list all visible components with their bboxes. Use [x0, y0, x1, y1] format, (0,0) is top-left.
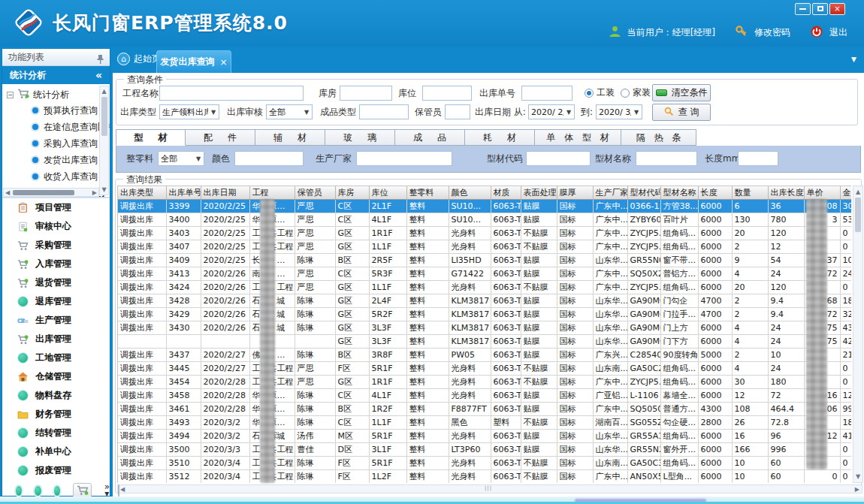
scroll-left-icon[interactable]: ◀ [5, 189, 10, 196]
table-row[interactable]: 调拨出库34132020/2/26南 …严思C区5R3F整料G714226063… [118, 267, 851, 281]
sidebar-module-13[interactable]: 结转管理 [2, 424, 110, 442]
length-input[interactable] [738, 151, 778, 166]
radio-work-clothing[interactable]: 工装 [585, 86, 615, 99]
material-tab-4[interactable]: 玻 璃 [325, 129, 395, 146]
tree-item-1[interactable]: 预算执行查询 [2, 102, 110, 119]
tree-vertical-scrollbar[interactable]: ▲ ▼ [99, 86, 109, 195]
column-header[interactable]: 工程 [249, 186, 295, 200]
table-row[interactable]: 调拨出库34942020/3/2石 辉城汤伟M区5R1F整料光身料6063-T5… [118, 430, 851, 443]
tab-home[interactable]: ⌂ 起始页 [117, 53, 161, 65]
sidebar-module-6[interactable]: 退库管理 [2, 292, 110, 311]
minimize-button[interactable] [795, 3, 811, 15]
sidebar-module-2[interactable]: 审核中心 [2, 217, 110, 236]
table-row[interactable]: 调拨出库34452020/2/27工 共工程严思F区5R1F整料光身料6063-… [118, 362, 851, 376]
table-row[interactable]: 调拨出库35102020/3/4工 共工程陈琳F区5R1F整料光身料6063-T… [118, 457, 851, 470]
module-dot-icon[interactable] [16, 486, 22, 496]
material-tab-7[interactable]: 单 体 型 材 [535, 129, 621, 146]
column-header[interactable]: 生产厂家 [593, 186, 627, 200]
column-header[interactable]: 单价 [804, 186, 840, 200]
tree-item-4[interactable]: 发货出库查询 [2, 152, 110, 168]
whole-part-select[interactable]: 全部▼ [158, 151, 204, 166]
material-tab-6[interactable]: 耗 材 [465, 129, 535, 146]
search-button[interactable]: 查 询 [652, 104, 711, 121]
clear-conditions-button[interactable]: 清空条件 [652, 84, 711, 101]
scroll-up-icon[interactable]: ▲ [853, 189, 862, 195]
close-button[interactable]: × [829, 3, 845, 15]
table-horizontal-scrollbar[interactable]: ◀ ||| ▶ [117, 484, 862, 493]
table-row[interactable]: 调拨出库34542020/2/28工 共工程严思G区1R1F整料光身料6063-… [118, 376, 851, 389]
sidebar-module-7[interactable]: 生产管理 [2, 311, 110, 330]
maximize-button[interactable] [812, 3, 828, 15]
column-header[interactable]: 金 [840, 186, 851, 200]
column-header[interactable]: 出库长度 [768, 186, 804, 200]
column-header[interactable]: 颜色 [449, 186, 491, 200]
sidebar-module-8[interactable]: 出库管理 [2, 330, 110, 349]
tree-item-5[interactable]: 收货入库查询 [2, 168, 110, 185]
profile-code-input[interactable] [526, 151, 591, 166]
material-tab-3[interactable]: 辅 材 [255, 129, 325, 146]
date-to-select[interactable]: 2020/ 3/16▼ [596, 104, 642, 119]
table-row[interactable]: 调拨出库35122020/3/4工 共工程陈琳F区1L2F整料光身料6063-T… [118, 470, 851, 484]
column-header[interactable]: 出库类型 [118, 186, 166, 200]
tab-shipment-outbound-query[interactable]: 发货出库查询 × [156, 50, 231, 73]
sidebar-module-1[interactable]: 项目管理 [2, 198, 110, 217]
material-tab-1[interactable]: 型 材 [116, 129, 186, 146]
column-header[interactable]: 出库单号 [166, 186, 201, 200]
sidebar-module-9[interactable]: 工地管理 [2, 349, 110, 367]
project-name-input[interactable] [159, 86, 304, 101]
table-row[interactable]: 调拨出库34032020/2/25工 共工程严思G区1R1F整料光身料6063-… [118, 227, 851, 240]
table-row[interactable]: 调拨出库34302020/2/26石 城陈琳G区3L3F整料KLM3817606… [118, 321, 851, 335]
module-dot-icon[interactable] [54, 486, 60, 496]
outbound-type-select[interactable]: 生产领料出库▼ [159, 104, 219, 119]
table-row[interactable]: 调拨出库34072020/2/25工 共工程严思G区1L1F整料光身料6063-… [118, 240, 851, 254]
sidebar-module-12[interactable]: 财务管理 [2, 405, 110, 424]
column-header[interactable]: 型材代码 [627, 186, 660, 200]
table-row[interactable]: 调拨出库34092020/2/25长 …陈琳B区2R5F整料LI35HD6063… [118, 254, 851, 267]
scroll-up-icon[interactable]: ▲ [100, 88, 108, 95]
scroll-left-icon[interactable]: ◀ [120, 486, 125, 493]
section-header-statistics[interactable]: 统计分析 « [2, 66, 110, 84]
table-row[interactable]: 调拨出库34242020/2/26工 工程严思G区1L1F整料光身料6063-T… [118, 281, 851, 294]
sidebar-module-14[interactable]: 补单中心 [2, 442, 110, 461]
table-row[interactable]: 调拨出库34582020/2/28华 原…陈琳C区4L1F整料光身料6063-T… [118, 389, 851, 403]
sidebar-module-3[interactable]: 采购管理 [2, 236, 110, 255]
tree-root-node[interactable]: − 统计分析 [2, 84, 110, 102]
column-header[interactable]: 库房 [335, 186, 369, 200]
module-dot-icon[interactable] [35, 486, 41, 496]
material-tab-8[interactable]: 隔 热 条 [621, 129, 696, 146]
tree-horizontal-scrollbar[interactable]: ◀ ▶ [3, 188, 99, 197]
sidebar-module-4[interactable]: 入库管理 [2, 255, 110, 273]
column-header[interactable]: 长度 [698, 186, 732, 200]
logout-link[interactable]: 退出 [829, 26, 847, 39]
column-header[interactable]: 膜厚 [557, 186, 593, 200]
location-input[interactable] [422, 86, 472, 101]
manufacturer-input[interactable] [356, 151, 452, 166]
sidebar-module-15[interactable]: 报废管理 [2, 461, 110, 480]
product-type-input[interactable] [359, 104, 409, 119]
scroll-right-icon[interactable]: ▶ [855, 486, 859, 493]
table-row[interactable]: 调拨出库34282020/2/26石 城陈琳G区2L4F整料KLM3817606… [118, 294, 851, 308]
tab-close-icon[interactable]: × [219, 57, 227, 68]
table-row[interactable]: 调拨出库34612020/2/28华 原…陈琳B区1R2F整料F8877FT60… [118, 403, 851, 416]
column-header[interactable]: 保管员 [295, 186, 335, 200]
tree-expander-icon[interactable]: − [7, 92, 14, 98]
material-tab-2[interactable]: 配 件 [186, 129, 255, 146]
radio-home-decoration[interactable]: 家装 [621, 86, 651, 99]
expand-more-icon[interactable]: »▾ [104, 484, 110, 497]
scroll-down-icon[interactable]: ▼ [100, 186, 108, 193]
sidebar-module-5[interactable]: 退货管理 [2, 273, 110, 292]
tree-item-2[interactable]: 在途信息查询[待 [2, 119, 110, 135]
column-header[interactable]: 整零料 [406, 186, 449, 200]
table-row[interactable]: 调拨出库34002020/2/25华 原…严思C区4L1F整料SU10...60… [118, 213, 851, 227]
table-vertical-scrollbar[interactable]: ▲ ▼ [853, 186, 863, 483]
table-row[interactable]: 调拨出库33992020/2/25华 原…严思C区2L1F整料SU10...60… [118, 200, 851, 213]
keeper-input[interactable] [445, 104, 470, 119]
table-row[interactable]: 调拨出库34372020/2/27佛 …陈琳B区3R8F整料PW056063-T… [118, 349, 851, 362]
tab-overflow-icon[interactable]: ▼ [851, 56, 856, 63]
tree-item-3[interactable]: 采购入库查询 [2, 135, 110, 152]
column-header[interactable]: 出库日期 [201, 186, 249, 200]
column-header[interactable]: 型材名称 [660, 186, 698, 200]
sidebar-module-10[interactable]: 仓储管理 [2, 367, 110, 386]
material-tab-5[interactable]: 成 品 [395, 129, 465, 146]
column-header[interactable]: 表面处理 [521, 186, 557, 200]
